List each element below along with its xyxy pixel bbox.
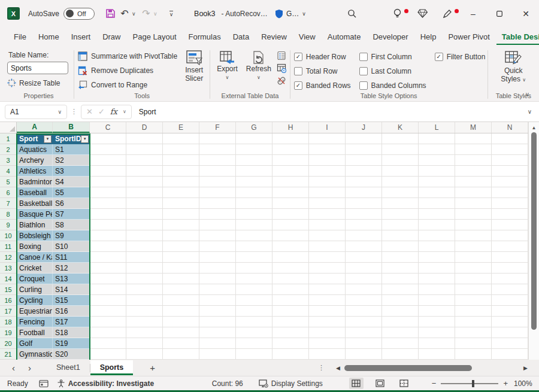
cell-G9[interactable] <box>236 220 272 230</box>
cell-M14[interactable] <box>455 274 492 284</box>
cell-E4[interactable] <box>163 166 199 177</box>
row-header-10[interactable]: 10 <box>0 230 17 241</box>
column-header-d[interactable]: D <box>126 122 163 133</box>
cell-D21[interactable] <box>126 349 163 360</box>
cell-G14[interactable] <box>236 274 272 284</box>
cell-F14[interactable] <box>199 274 236 284</box>
cell-D5[interactable] <box>126 177 163 187</box>
open-in-browser-icon[interactable] <box>277 63 286 73</box>
cell-N20[interactable] <box>492 338 528 349</box>
cell-E17[interactable] <box>163 306 199 317</box>
cell-L11[interactable] <box>419 241 455 252</box>
cell-I4[interactable] <box>309 166 346 177</box>
cell-B16[interactable]: S15 <box>53 295 90 306</box>
cell-J20[interactable] <box>346 338 382 349</box>
cell-B8[interactable]: S7 <box>53 209 90 220</box>
cell-J10[interactable] <box>346 230 382 241</box>
column-header-j[interactable]: J <box>346 122 382 133</box>
cell-F13[interactable] <box>199 263 236 274</box>
cell-H6[interactable] <box>272 187 309 198</box>
cell-M15[interactable] <box>455 284 492 295</box>
cell-I3[interactable] <box>309 155 346 166</box>
cell-F7[interactable] <box>199 198 236 209</box>
convert-to-range-button[interactable]: Convert to Range <box>78 78 177 92</box>
scroll-left-arrow-icon[interactable]: ◀ <box>333 365 343 371</box>
cell-A20[interactable]: Golf <box>17 338 53 349</box>
cell-A4[interactable]: Athletics <box>17 166 53 177</box>
cell-G16[interactable] <box>236 295 272 306</box>
cell-E13[interactable] <box>163 263 199 274</box>
close-button[interactable]: ✕ <box>513 3 539 25</box>
undo-button[interactable]: ↶ <box>117 6 132 22</box>
cell-H20[interactable] <box>272 338 309 349</box>
cell-B18[interactable]: S17 <box>53 317 90 327</box>
cell-A10[interactable]: Bobsleigh <box>17 230 53 241</box>
cell-J14[interactable] <box>346 274 382 284</box>
sheetbar-splitter[interactable]: ⋮ <box>318 364 333 372</box>
cell-M1[interactable] <box>455 133 492 144</box>
cell-K1[interactable] <box>382 133 419 144</box>
resize-table-button[interactable]: Resize Table <box>7 78 70 87</box>
cell-N5[interactable] <box>492 177 528 187</box>
cell-I11[interactable] <box>309 241 346 252</box>
cell-L13[interactable] <box>419 263 455 274</box>
cell-E16[interactable] <box>163 295 199 306</box>
row-header-18[interactable]: 18 <box>0 317 17 327</box>
premium-button[interactable] <box>410 6 435 22</box>
cell-F4[interactable] <box>199 166 236 177</box>
cell-N7[interactable] <box>492 198 528 209</box>
cell-B19[interactable]: S18 <box>53 327 90 338</box>
cell-A12[interactable]: Canoe / Kayak <box>17 252 53 263</box>
row-header-5[interactable]: 5 <box>0 177 17 187</box>
scroll-up-arrow-icon[interactable]: ▲ <box>532 122 537 132</box>
insert-function-button[interactable]: fx <box>110 107 117 116</box>
ribbon-tab-automate[interactable]: Automate <box>322 29 367 45</box>
cell-H14[interactable] <box>272 274 309 284</box>
cell-C11[interactable] <box>90 241 126 252</box>
cell-D11[interactable] <box>126 241 163 252</box>
cell-N9[interactable] <box>492 220 528 230</box>
cell-D13[interactable] <box>126 263 163 274</box>
cell-C7[interactable] <box>90 198 126 209</box>
cell-I2[interactable] <box>309 144 346 155</box>
cell-C17[interactable] <box>90 306 126 317</box>
filter-dropdown-button[interactable]: ▼ <box>81 135 89 143</box>
cell-M4[interactable] <box>455 166 492 177</box>
cell-D15[interactable] <box>126 284 163 295</box>
column-header-e[interactable]: E <box>163 122 199 133</box>
cell-B14[interactable]: S13 <box>53 274 90 284</box>
sheet-nav-right-icon[interactable]: › <box>28 363 31 373</box>
cell-F15[interactable] <box>199 284 236 295</box>
checked-checkbox-icon[interactable]: ✓ <box>294 53 302 61</box>
sheet-nav-left-icon[interactable]: ‹ <box>12 363 15 373</box>
cell-D2[interactable] <box>126 144 163 155</box>
row-header-3[interactable]: 3 <box>0 155 17 166</box>
unchecked-checkbox-icon[interactable] <box>359 81 368 90</box>
cell-N10[interactable] <box>492 230 528 241</box>
excel-logo-icon[interactable]: X <box>7 7 20 20</box>
cell-D3[interactable] <box>126 155 163 166</box>
cell-D17[interactable] <box>126 306 163 317</box>
cell-M20[interactable] <box>455 338 492 349</box>
cell-C10[interactable] <box>90 230 126 241</box>
ribbon-tab-developer[interactable]: Developer <box>367 29 413 45</box>
cell-M5[interactable] <box>455 177 492 187</box>
cell-G4[interactable] <box>236 166 272 177</box>
cell-K2[interactable] <box>382 144 419 155</box>
cell-B9[interactable]: S8 <box>53 220 90 230</box>
cell-N12[interactable] <box>492 252 528 263</box>
unchecked-checkbox-icon[interactable] <box>359 53 368 61</box>
quick-styles-button[interactable]: Quick Styles ∨ <box>498 49 529 84</box>
cell-B21[interactable]: S20 <box>53 349 90 360</box>
customize-quick-access-toolbar-button[interactable]: ∨ <box>164 6 178 22</box>
checkbox-banded-rows[interactable]: ✓Banded Rows <box>294 78 351 93</box>
cell-A2[interactable]: Aquatics <box>17 144 53 155</box>
cell-B12[interactable]: S11 <box>53 252 90 263</box>
cell-E8[interactable] <box>163 209 199 220</box>
cell-B17[interactable]: S16 <box>53 306 90 317</box>
cell-C4[interactable] <box>90 166 126 177</box>
cell-K12[interactable] <box>382 252 419 263</box>
cell-I21[interactable] <box>309 349 346 360</box>
checkbox-total-row[interactable]: Total Row <box>294 64 351 78</box>
cell-F17[interactable] <box>199 306 236 317</box>
